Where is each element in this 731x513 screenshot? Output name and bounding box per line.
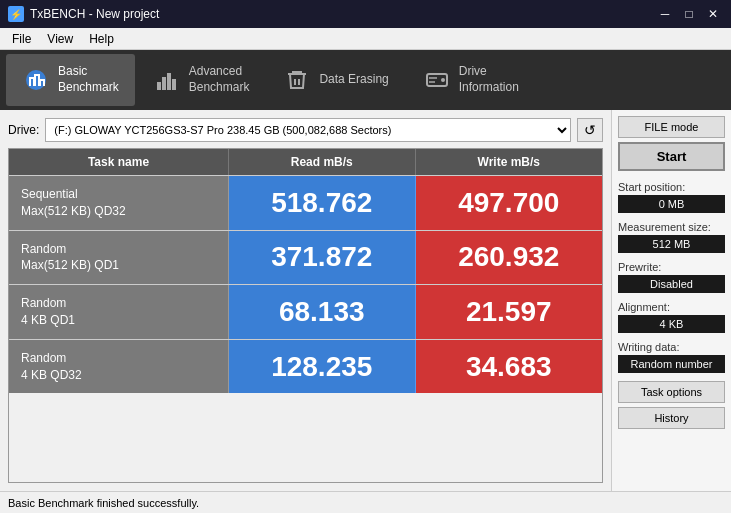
file-mode-button[interactable]: FILE mode (618, 116, 725, 138)
start-button[interactable]: Start (618, 142, 725, 171)
toolbar: BasicBenchmark AdvancedBenchmark Data Er… (0, 50, 731, 110)
drive-information-icon (423, 66, 451, 94)
advanced-benchmark-icon (153, 66, 181, 94)
svg-rect-2 (162, 77, 166, 90)
svg-rect-3 (167, 73, 171, 90)
prewrite-value: Disabled (618, 275, 725, 293)
basic-benchmark-label: BasicBenchmark (58, 64, 119, 95)
table-row: Random4 KB QD32 128.235 34.683 (9, 339, 602, 394)
toolbar-data-erasing[interactable]: Data Erasing (267, 54, 404, 106)
col-header-task: Task name (9, 149, 229, 175)
alignment-label: Alignment: (618, 301, 725, 313)
alignment-section: Alignment: 4 KB (618, 297, 725, 333)
drive-information-label: DriveInformation (459, 64, 519, 95)
task-options-button[interactable]: Task options (618, 381, 725, 403)
start-position-label: Start position: (618, 181, 725, 193)
read-random-4k-qd32: 128.235 (229, 340, 416, 394)
data-erasing-label: Data Erasing (319, 72, 388, 88)
sidebar: FILE mode Start Start position: 0 MB Mea… (611, 110, 731, 491)
title-bar: ⚡ TxBENCH - New project ─ □ ✕ (0, 0, 731, 28)
drive-row: Drive: (F:) GLOWAY YCT256GS3-S7 Pro 238.… (8, 118, 603, 142)
write-random-4k-qd1: 21.597 (416, 285, 603, 339)
status-text: Basic Benchmark finished successfully. (8, 497, 199, 509)
svg-rect-4 (172, 79, 176, 90)
prewrite-section: Prewrite: Disabled (618, 257, 725, 293)
history-button[interactable]: History (618, 407, 725, 429)
data-erasing-icon (283, 66, 311, 94)
measurement-size-section: Measurement size: 512 MB (618, 217, 725, 253)
menu-file[interactable]: File (4, 30, 39, 48)
table-row: Random4 KB QD1 68.133 21.597 (9, 284, 602, 339)
app-icon: ⚡ (8, 6, 24, 22)
title-bar-left: ⚡ TxBENCH - New project (8, 6, 159, 22)
writing-data-label: Writing data: (618, 341, 725, 353)
benchmark-table: Task name Read mB/s Write mB/s Sequentia… (8, 148, 603, 483)
writing-data-section: Writing data: Random number (618, 337, 725, 373)
start-position-section: Start position: 0 MB (618, 177, 725, 213)
minimize-button[interactable]: ─ (655, 5, 675, 23)
task-random-4k-qd1: Random4 KB QD1 (9, 285, 229, 339)
menu-help[interactable]: Help (81, 30, 122, 48)
toolbar-advanced-benchmark[interactable]: AdvancedBenchmark (137, 54, 266, 106)
toolbar-basic-benchmark[interactable]: BasicBenchmark (6, 54, 135, 106)
svg-rect-1 (157, 82, 161, 90)
write-random-512-qd1: 260.932 (416, 231, 603, 285)
read-random-4k-qd1: 68.133 (229, 285, 416, 339)
table-row: RandomMax(512 KB) QD1 371.872 260.932 (9, 230, 602, 285)
status-bar: Basic Benchmark finished successfully. (0, 491, 731, 513)
measurement-size-value: 512 MB (618, 235, 725, 253)
title-bar-controls: ─ □ ✕ (655, 5, 723, 23)
write-sequential: 497.700 (416, 176, 603, 230)
prewrite-label: Prewrite: (618, 261, 725, 273)
drive-refresh-button[interactable]: ↺ (577, 118, 603, 142)
task-random-4k-qd32: Random4 KB QD32 (9, 340, 229, 394)
window-title: TxBENCH - New project (30, 7, 159, 21)
write-random-4k-qd32: 34.683 (416, 340, 603, 394)
drive-select[interactable]: (F:) GLOWAY YCT256GS3-S7 Pro 238.45 GB (… (45, 118, 571, 142)
col-header-write: Write mB/s (416, 149, 603, 175)
svg-point-6 (441, 78, 445, 82)
main-content: Drive: (F:) GLOWAY YCT256GS3-S7 Pro 238.… (0, 110, 611, 491)
menu-bar: File View Help (0, 28, 731, 50)
basic-benchmark-icon (22, 66, 50, 94)
start-position-value: 0 MB (618, 195, 725, 213)
menu-view[interactable]: View (39, 30, 81, 48)
alignment-value: 4 KB (618, 315, 725, 333)
drive-label: Drive: (8, 123, 39, 137)
table-header: Task name Read mB/s Write mB/s (9, 149, 602, 175)
col-header-read: Read mB/s (229, 149, 416, 175)
maximize-button[interactable]: □ (679, 5, 699, 23)
measurement-size-label: Measurement size: (618, 221, 725, 233)
read-random-512-qd1: 371.872 (229, 231, 416, 285)
writing-data-value: Random number (618, 355, 725, 373)
task-random-512-qd1: RandomMax(512 KB) QD1 (9, 231, 229, 285)
task-sequential: SequentialMax(512 KB) QD32 (9, 176, 229, 230)
close-button[interactable]: ✕ (703, 5, 723, 23)
advanced-benchmark-label: AdvancedBenchmark (189, 64, 250, 95)
read-sequential: 518.762 (229, 176, 416, 230)
table-row: SequentialMax(512 KB) QD32 518.762 497.7… (9, 175, 602, 230)
toolbar-drive-information[interactable]: DriveInformation (407, 54, 535, 106)
